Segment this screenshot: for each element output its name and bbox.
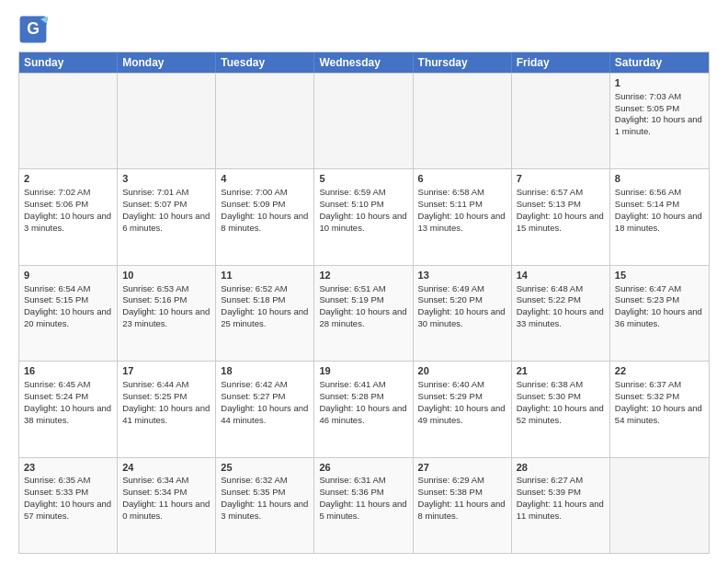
daylight-text: Daylight: 10 hours and 8 minutes. [221, 211, 309, 235]
empty-cell [118, 74, 216, 168]
daylight-text: Daylight: 10 hours and 15 minutes. [517, 211, 605, 235]
day-cell-5: 5Sunrise: 6:59 AMSunset: 5:10 PMDaylight… [314, 169, 413, 264]
sunrise-text: Sunrise: 6:38 AM [517, 379, 605, 391]
day-cell-7: 7Sunrise: 6:57 AMSunset: 5:13 PMDaylight… [512, 169, 610, 264]
sunrise-text: Sunrise: 6:29 AM [418, 475, 506, 487]
day-number: 13 [418, 269, 506, 282]
daylight-text: Daylight: 10 hours and 28 minutes. [319, 306, 407, 330]
sunset-text: Sunset: 5:24 PM [24, 391, 112, 403]
day-cell-22: 22Sunrise: 6:37 AMSunset: 5:32 PMDayligh… [610, 362, 709, 456]
sunrise-text: Sunrise: 6:52 AM [221, 283, 309, 295]
day-number: 17 [122, 364, 210, 378]
sunrise-text: Sunrise: 6:58 AM [418, 187, 506, 199]
calendar-page: G SundayMondayTuesdayWednesdayThursdayFr… [0, 0, 728, 563]
svg-text:G: G [27, 19, 40, 38]
daylight-text: Daylight: 10 hours and 49 minutes. [418, 403, 506, 427]
sunset-text: Sunset: 5:32 PM [615, 391, 704, 403]
calendar-body: 1Sunrise: 7:03 AMSunset: 5:05 PMDaylight… [19, 73, 709, 553]
daylight-text: Daylight: 11 hours and 3 minutes. [221, 499, 309, 523]
calendar-row-2: 9Sunrise: 6:54 AMSunset: 5:15 PMDaylight… [19, 265, 709, 361]
day-number: 19 [319, 364, 407, 378]
day-cell-11: 11Sunrise: 6:52 AMSunset: 5:18 PMDayligh… [216, 266, 314, 361]
sunrise-text: Sunrise: 6:42 AM [221, 379, 309, 391]
day-cell-23: 23Sunrise: 6:35 AMSunset: 5:33 PMDayligh… [19, 458, 118, 553]
daylight-text: Daylight: 10 hours and 44 minutes. [221, 403, 309, 427]
sunset-text: Sunset: 5:10 PM [319, 199, 407, 211]
sunset-text: Sunset: 5:29 PM [418, 391, 506, 403]
day-number: 3 [122, 172, 210, 186]
day-cell-26: 26Sunrise: 6:31 AMSunset: 5:36 PMDayligh… [314, 458, 413, 553]
sunset-text: Sunset: 5:22 PM [517, 294, 605, 306]
day-cell-19: 19Sunrise: 6:41 AMSunset: 5:28 PMDayligh… [314, 362, 413, 456]
header-day-sunday: Sunday [19, 52, 118, 73]
day-cell-18: 18Sunrise: 6:42 AMSunset: 5:27 PMDayligh… [216, 362, 314, 456]
sunset-text: Sunset: 5:23 PM [615, 294, 704, 306]
daylight-text: Daylight: 10 hours and 10 minutes. [319, 211, 407, 235]
day-cell-2: 2Sunrise: 7:02 AMSunset: 5:06 PMDaylight… [19, 169, 118, 264]
daylight-text: Daylight: 10 hours and 20 minutes. [24, 306, 112, 330]
sunset-text: Sunset: 5:07 PM [122, 199, 210, 211]
day-number: 16 [24, 364, 112, 378]
sunrise-text: Sunrise: 6:51 AM [319, 283, 407, 295]
calendar-row-0: 1Sunrise: 7:03 AMSunset: 5:05 PMDaylight… [19, 73, 709, 168]
sunset-text: Sunset: 5:15 PM [24, 294, 112, 306]
sunset-text: Sunset: 5:35 PM [221, 487, 309, 499]
day-number: 10 [122, 269, 210, 282]
sunset-text: Sunset: 5:09 PM [221, 199, 309, 211]
day-cell-12: 12Sunrise: 6:51 AMSunset: 5:19 PMDayligh… [314, 266, 413, 361]
day-cell-4: 4Sunrise: 7:00 AMSunset: 5:09 PMDaylight… [216, 169, 314, 264]
day-number: 21 [517, 364, 605, 378]
sunrise-text: Sunrise: 6:34 AM [122, 475, 210, 487]
sunrise-text: Sunrise: 7:01 AM [122, 187, 210, 199]
empty-cell [314, 74, 413, 168]
calendar-header: SundayMondayTuesdayWednesdayThursdayFrid… [19, 52, 709, 73]
sunrise-text: Sunrise: 6:27 AM [517, 475, 605, 487]
day-number: 11 [221, 269, 309, 282]
sunset-text: Sunset: 5:11 PM [418, 199, 506, 211]
sunrise-text: Sunrise: 6:37 AM [615, 379, 704, 391]
logo: G [18, 15, 51, 44]
header-day-friday: Friday [512, 52, 610, 73]
sunset-text: Sunset: 5:38 PM [418, 487, 506, 499]
sunset-text: Sunset: 5:18 PM [221, 294, 309, 306]
empty-cell [414, 74, 512, 168]
day-number: 23 [24, 461, 112, 475]
day-cell-13: 13Sunrise: 6:49 AMSunset: 5:20 PMDayligh… [414, 266, 512, 361]
day-cell-16: 16Sunrise: 6:45 AMSunset: 5:24 PMDayligh… [19, 362, 118, 456]
day-cell-9: 9Sunrise: 6:54 AMSunset: 5:15 PMDaylight… [19, 266, 118, 361]
day-number: 7 [517, 172, 605, 186]
daylight-text: Daylight: 11 hours and 0 minutes. [122, 499, 210, 523]
sunrise-text: Sunrise: 7:02 AM [24, 187, 112, 199]
empty-cell [610, 458, 709, 553]
daylight-text: Daylight: 10 hours and 6 minutes. [122, 211, 210, 235]
empty-cell [216, 74, 314, 168]
daylight-text: Daylight: 10 hours and 52 minutes. [517, 403, 605, 427]
day-number: 27 [418, 461, 506, 475]
sunset-text: Sunset: 5:19 PM [319, 294, 407, 306]
daylight-text: Daylight: 10 hours and 3 minutes. [24, 211, 112, 235]
sunrise-text: Sunrise: 6:56 AM [615, 187, 704, 199]
daylight-text: Daylight: 10 hours and 18 minutes. [615, 211, 704, 235]
day-number: 12 [319, 269, 407, 282]
sunset-text: Sunset: 5:06 PM [24, 199, 112, 211]
daylight-text: Daylight: 10 hours and 25 minutes. [221, 306, 309, 330]
day-cell-25: 25Sunrise: 6:32 AMSunset: 5:35 PMDayligh… [216, 458, 314, 553]
sunrise-text: Sunrise: 6:32 AM [221, 475, 309, 487]
day-number: 15 [615, 269, 704, 282]
sunset-text: Sunset: 5:36 PM [319, 487, 407, 499]
sunset-text: Sunset: 5:39 PM [517, 487, 605, 499]
sunset-text: Sunset: 5:33 PM [24, 487, 112, 499]
sunrise-text: Sunrise: 6:48 AM [517, 283, 605, 295]
day-cell-21: 21Sunrise: 6:38 AMSunset: 5:30 PMDayligh… [512, 362, 610, 456]
day-number: 18 [221, 364, 309, 378]
daylight-text: Daylight: 10 hours and 46 minutes. [319, 403, 407, 427]
calendar: SundayMondayTuesdayWednesdayThursdayFrid… [18, 52, 710, 554]
day-number: 4 [221, 172, 309, 186]
sunset-text: Sunset: 5:16 PM [122, 294, 210, 306]
sunset-text: Sunset: 5:13 PM [517, 199, 605, 211]
day-cell-6: 6Sunrise: 6:58 AMSunset: 5:11 PMDaylight… [414, 169, 512, 264]
logo-icon: G [18, 15, 48, 44]
daylight-text: Daylight: 10 hours and 38 minutes. [24, 403, 112, 427]
header-day-tuesday: Tuesday [216, 52, 314, 73]
day-cell-1: 1Sunrise: 7:03 AMSunset: 5:05 PMDaylight… [610, 74, 709, 168]
